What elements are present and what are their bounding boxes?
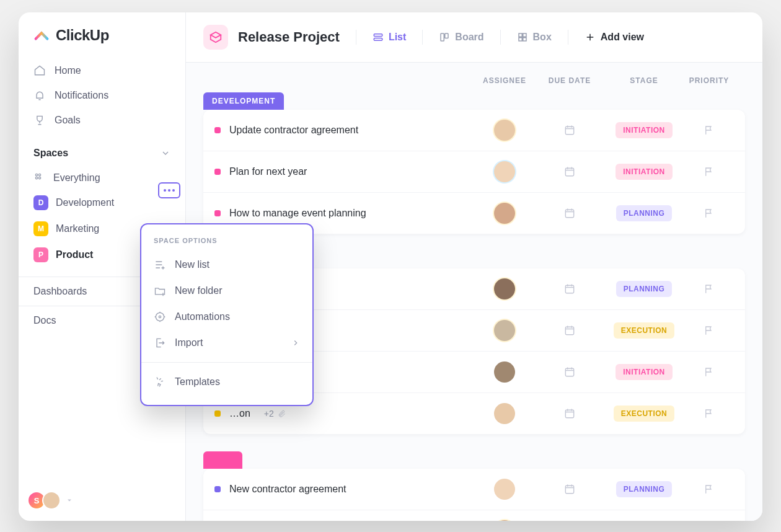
assignee-cell[interactable] [474, 160, 536, 184]
priority-cell[interactable] [684, 484, 734, 495]
view-tab-list[interactable]: List [366, 28, 412, 47]
space-options-popover: SPACE OPTIONS New list New folder Automa… [140, 223, 314, 406]
task-row[interactable]: Update contractor agreementINITIATION [203, 110, 745, 151]
due-date-cell[interactable] [536, 124, 604, 136]
avatar [494, 361, 515, 383]
priority-cell[interactable] [684, 366, 734, 378]
nav-notifications-label: Notifications [55, 90, 108, 101]
task-title: Plan for next year [229, 166, 307, 177]
view-tab-box[interactable]: Box [511, 28, 558, 47]
priority-cell[interactable] [684, 325, 734, 336]
view-box-label: Box [533, 32, 552, 43]
space-options-trigger[interactable] [158, 182, 180, 198]
calendar-icon [563, 207, 576, 219]
svg-rect-11 [523, 38, 526, 41]
flag-icon [704, 166, 715, 177]
space-development[interactable]: D Development [26, 190, 178, 216]
grid-icon [33, 172, 46, 184]
plus-icon [585, 32, 596, 43]
priority-cell[interactable] [684, 166, 734, 177]
due-date-cell[interactable] [536, 324, 604, 337]
task-row[interactable]: Refresh company websiteEXECUTION [203, 510, 745, 521]
list-icon [373, 32, 384, 43]
status-bullet [214, 127, 221, 133]
col-priority: PRIORITY [684, 76, 734, 85]
svg-rect-18 [565, 410, 573, 418]
task-group: Update contractor agreementINITIATIONPla… [203, 110, 745, 234]
stage-pill: INITIATION [616, 364, 672, 380]
assignee-cell[interactable] [474, 477, 536, 501]
trophy-icon [33, 114, 46, 126]
svg-point-0 [35, 174, 37, 175]
popover-new-list-label: New list [175, 259, 210, 270]
assignee-cell[interactable] [474, 202, 536, 225]
task-name-cell: Update contractor agreement [214, 125, 474, 136]
add-view-button[interactable]: Add view [578, 28, 650, 47]
brand-row[interactable]: ClickUp [19, 26, 185, 56]
avatar-member [42, 491, 61, 510]
stage-cell[interactable]: PLANNING [604, 281, 684, 297]
assignee-cell[interactable] [474, 360, 536, 384]
stage-cell[interactable]: INITIATION [604, 364, 684, 380]
stage-pill: INITIATION [616, 122, 672, 138]
status-bullet [214, 210, 221, 216]
popover-new-folder[interactable]: New folder [141, 278, 312, 304]
spaces-heading[interactable]: Spaces [19, 135, 185, 165]
priority-cell[interactable] [684, 283, 734, 295]
task-name-cell: Plan for next year [214, 166, 474, 177]
nav-goals[interactable]: Goals [26, 108, 178, 133]
svg-rect-7 [445, 33, 448, 38]
profile-switcher[interactable]: S [19, 491, 185, 510]
stage-cell[interactable]: PLANNING [604, 481, 684, 497]
svg-rect-13 [565, 168, 573, 176]
due-date-cell[interactable] [536, 283, 604, 295]
chevron-down-icon [161, 148, 170, 158]
stage-cell[interactable]: INITIATION [604, 122, 684, 138]
view-tab-board[interactable]: Board [433, 28, 490, 47]
space-marketing-label: Marketing [56, 223, 99, 234]
assignee-cell[interactable] [474, 118, 536, 142]
clickup-logo-icon [32, 26, 51, 45]
due-date-cell[interactable] [536, 207, 604, 219]
stage-cell[interactable]: EXECUTION [604, 322, 684, 339]
popover-automations[interactable]: Automations [141, 304, 312, 330]
avatar [494, 278, 515, 299]
assignee-cell[interactable] [474, 319, 536, 342]
chevron-right-icon [291, 339, 300, 347]
due-date-cell[interactable] [536, 483, 604, 495]
flag-icon [704, 283, 715, 295]
stage-cell[interactable]: EXECUTION [604, 406, 684, 422]
task-row[interactable]: New contractor agreementPLANNING [203, 469, 745, 510]
svg-rect-15 [565, 285, 573, 293]
popover-import-label: Import [175, 337, 203, 348]
due-date-cell[interactable] [536, 407, 604, 420]
assignee-cell[interactable] [474, 277, 536, 301]
nav-goals-label: Goals [55, 115, 81, 126]
task-row[interactable]: Plan for next yearINITIATION [203, 151, 745, 193]
assignee-cell[interactable] [474, 519, 536, 521]
due-date-cell[interactable] [536, 366, 604, 378]
group-label[interactable] [203, 451, 242, 469]
calendar-icon [563, 407, 576, 420]
stage-cell[interactable]: PLANNING [604, 205, 684, 221]
task-name-cell: New contractor agreement [214, 484, 474, 495]
priority-cell[interactable] [684, 125, 734, 136]
flag-icon [704, 484, 715, 495]
nav-home[interactable]: Home [26, 58, 178, 83]
popover-import[interactable]: Import [141, 330, 312, 356]
avatar [494, 320, 515, 341]
space-everything[interactable]: Everything [26, 166, 178, 190]
flag-icon [704, 208, 715, 219]
box-icon [517, 32, 528, 43]
project-icon [203, 25, 228, 50]
group-label[interactable]: DEVELOPMENT [203, 92, 284, 110]
popover-templates[interactable]: Templates [141, 369, 312, 395]
assignee-cell[interactable] [474, 402, 536, 425]
priority-cell[interactable] [684, 408, 734, 419]
stage-cell[interactable]: INITIATION [604, 164, 684, 180]
avatar [494, 203, 515, 224]
popover-new-list[interactable]: New list [141, 252, 312, 278]
due-date-cell[interactable] [536, 166, 604, 178]
priority-cell[interactable] [684, 208, 734, 219]
nav-notifications[interactable]: Notifications [26, 83, 178, 108]
